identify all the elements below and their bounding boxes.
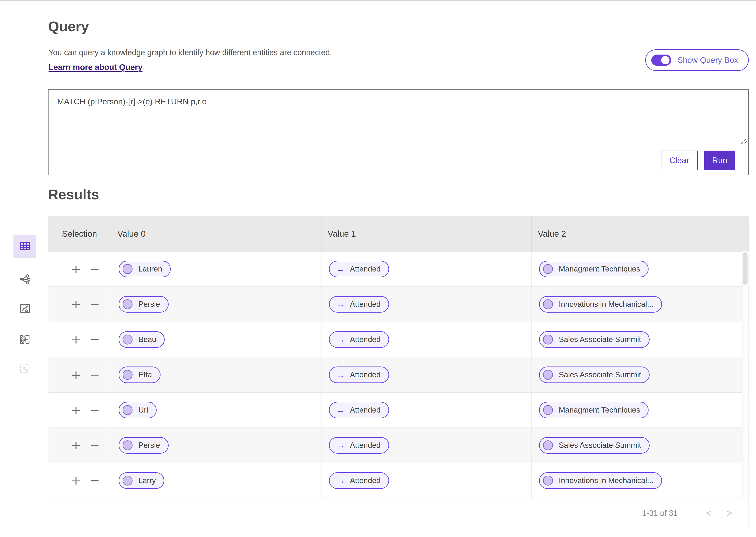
entity-pill[interactable]: Etta [119, 366, 161, 383]
page-title: Query [48, 18, 89, 34]
entity-pill[interactable]: Managment Techniques [539, 261, 649, 277]
entity-pill[interactable]: Sales Associate Summit [539, 331, 650, 348]
entity-pill[interactable]: Sales Associate Summit [539, 366, 650, 383]
window-top-border [0, 0, 756, 1]
remove-from-selection-button[interactable]: − [90, 404, 100, 416]
node-circle-icon [543, 264, 553, 274]
table-row: + − Uri →Attended Managment Techniques [48, 392, 748, 428]
relation-pill[interactable]: →Attended [329, 472, 389, 489]
table-scrollbar[interactable] [742, 251, 748, 498]
entity-pill[interactable]: Innovations in Mechanical... [539, 296, 662, 312]
relation-pill[interactable]: →Attended [329, 437, 389, 454]
table-row: + − Lauren →Attended Managment Technique… [48, 251, 748, 286]
table-pagination-bar: 1-31 of 31 < > [48, 498, 748, 528]
sidebar-item-graph-view[interactable] [14, 268, 36, 291]
toggle-switch-icon[interactable] [651, 55, 671, 66]
table-row: + − Etta →Attended Sales Associate Summi… [48, 357, 748, 392]
query-input[interactable]: MATCH (p:Person)-[r]->(e) RETURN p,r,e [49, 90, 748, 145]
pagination-range-label: 1-31 of 31 [642, 509, 678, 518]
node-circle-icon [543, 299, 553, 309]
sidebar-item-map-view[interactable] [14, 297, 36, 320]
column-header-value2: Value 2 [532, 216, 748, 251]
column-header-value1: Value 1 [322, 216, 532, 251]
node-circle-icon [543, 370, 553, 380]
graph-view-icon [19, 273, 31, 286]
arrow-right-icon: → [336, 335, 345, 344]
graph-box-view-icon [19, 333, 31, 346]
relation-label: Attended [350, 300, 380, 309]
page-description: You can query a knowledge graph to ident… [49, 48, 332, 57]
entity-pill[interactable]: Beau [119, 331, 165, 348]
add-to-selection-button[interactable]: + [71, 404, 81, 416]
query-actions-bar: Clear Run [49, 146, 748, 175]
entity-label: Beau [138, 335, 156, 344]
pagination-prev-button[interactable]: < [702, 508, 715, 519]
arrow-right-icon: → [336, 441, 345, 450]
remove-from-selection-button[interactable]: − [90, 334, 100, 345]
remove-from-selection-button[interactable]: − [90, 439, 100, 451]
relation-label: Attended [350, 265, 380, 273]
relation-pill[interactable]: →Attended [329, 331, 389, 348]
node-circle-icon [543, 475, 553, 485]
map-view-icon [19, 302, 31, 315]
node-circle-icon [123, 475, 133, 485]
clear-button[interactable]: Clear [661, 150, 698, 170]
sidebar-item-table-view[interactable] [14, 235, 36, 258]
table-header-row: Selection Value 0 Value 1 Value 2 [48, 216, 748, 251]
entity-pill[interactable]: Uri [119, 402, 157, 418]
run-button[interactable]: Run [704, 150, 735, 170]
scrollbar-thumb[interactable] [743, 252, 747, 285]
show-query-box-toggle[interactable]: Show Query Box [645, 49, 749, 71]
entity-label: Managment Techniques [559, 406, 640, 414]
node-circle-icon [123, 370, 133, 380]
relation-pill[interactable]: →Attended [329, 261, 389, 277]
relation-pill[interactable]: →Attended [329, 402, 389, 418]
entity-label: Sales Associate Summit [559, 370, 641, 379]
entity-label: Persie [138, 441, 160, 450]
entity-pill[interactable]: Managment Techniques [539, 402, 649, 418]
remove-from-selection-button[interactable]: − [90, 475, 100, 486]
node-circle-icon [543, 335, 553, 345]
arrow-right-icon: → [336, 265, 345, 273]
remove-from-selection-button[interactable]: − [90, 299, 100, 310]
arrow-right-icon: → [336, 370, 345, 379]
pagination-next-button[interactable]: > [723, 508, 736, 519]
entity-pill[interactable]: Sales Associate Summit [539, 437, 650, 454]
toggle-knob [661, 56, 669, 64]
relation-label: Attended [350, 476, 380, 485]
remove-from-selection-button[interactable]: − [90, 263, 100, 275]
arrow-right-icon: → [336, 476, 345, 485]
add-to-selection-button[interactable]: + [71, 299, 81, 310]
entity-label: Larry [138, 476, 156, 485]
learn-more-link[interactable]: Learn more about Query [49, 62, 142, 72]
add-to-selection-button[interactable]: + [71, 263, 81, 275]
sidebar-item-graph-box-view[interactable] [14, 328, 36, 351]
node-circle-icon [123, 264, 133, 274]
relation-label: Attended [350, 335, 380, 344]
relation-label: Attended [350, 370, 380, 379]
entity-label: Persie [138, 300, 160, 309]
relation-pill[interactable]: →Attended [329, 296, 389, 312]
table-row: + − Larry →Attended Innovations in Mecha… [48, 463, 748, 498]
sidebar-divider [14, 320, 36, 320]
textarea-resize-handle[interactable] [738, 136, 747, 145]
relation-label: Attended [350, 406, 380, 414]
entity-label: Lauren [138, 265, 162, 273]
table-row: + − Persie →Attended Innovations in Mech… [48, 286, 748, 322]
entity-pill[interactable]: Larry [119, 472, 164, 489]
table-row: + − Persie →Attended Sales Associate Sum… [48, 428, 748, 463]
remove-from-selection-button[interactable]: − [90, 369, 100, 381]
add-to-selection-button[interactable]: + [71, 439, 81, 451]
entity-pill[interactable]: Lauren [119, 261, 171, 277]
add-to-selection-button[interactable]: + [71, 475, 81, 486]
query-panel: MATCH (p:Person)-[r]->(e) RETURN p,r,e C… [48, 89, 749, 175]
entity-pill[interactable]: Innovations in Mechanical... [539, 472, 662, 489]
relation-pill[interactable]: →Attended [329, 366, 389, 383]
entity-label: Sales Associate Summit [559, 335, 641, 344]
entity-pill[interactable]: Persie [119, 296, 169, 312]
entity-pill[interactable]: Persie [119, 437, 169, 454]
add-to-selection-button[interactable]: + [71, 334, 81, 345]
sidebar-item-selection-box-view [14, 357, 36, 380]
add-to-selection-button[interactable]: + [71, 369, 81, 381]
toggle-label: Show Query Box [677, 56, 738, 65]
